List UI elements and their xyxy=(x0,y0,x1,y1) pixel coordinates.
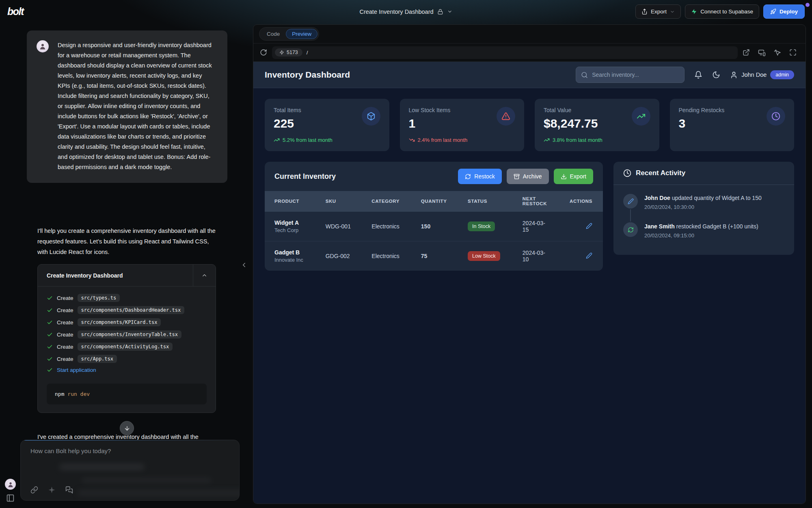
chat-input-toolbar xyxy=(30,486,73,494)
bell-icon[interactable] xyxy=(694,71,702,79)
status-badge: In Stock xyxy=(468,221,495,231)
attach-link-icon[interactable] xyxy=(30,486,38,494)
activity-action: restocked Gadget B (+100 units) xyxy=(676,223,758,230)
restock-button[interactable]: Restock xyxy=(458,169,502,184)
sidebar-toggle-icon[interactable] xyxy=(6,494,15,502)
product-quantity[interactable]: 150 xyxy=(415,212,461,241)
activity-item: John Doe updated quantity of Widget A to… xyxy=(623,194,784,222)
trending-up-icon xyxy=(632,107,650,126)
user-menu[interactable]: John Doe admin xyxy=(730,70,794,79)
column-header-category: CATEGORY xyxy=(365,191,414,212)
kpi-trend: 5.2% from last month xyxy=(274,137,380,143)
fullscreen-icon[interactable] xyxy=(789,49,797,56)
column-header-actions: ACTIONS xyxy=(555,191,603,212)
start-application-link[interactable]: Start application xyxy=(57,367,96,373)
supabase-bolt-icon xyxy=(691,9,697,15)
column-header-sku: SKU xyxy=(319,191,365,212)
dark-mode-toggle-moon-icon[interactable] xyxy=(712,71,720,79)
kpi-card-pending-restocks: Pending Restocks 3 xyxy=(670,99,795,151)
rocket-icon xyxy=(770,9,776,15)
inventory-title: Current Inventory xyxy=(274,172,336,181)
topbar: bolt Create Inventory Dashboard Export C… xyxy=(0,0,812,23)
file-chip[interactable]: src/components/DashboardHeader.tsx xyxy=(78,306,185,314)
search-input[interactable] xyxy=(592,72,679,78)
file-chip[interactable]: src/components/KPICard.tsx xyxy=(78,318,161,326)
command-args: run dev xyxy=(67,391,90,397)
inventory-table: PRODUCT SKU CATEGORY QUANTITY STATUS NEX… xyxy=(265,191,603,271)
bulk-actions: Restock Archive xyxy=(458,169,593,184)
responsive-devices-icon[interactable] xyxy=(758,49,766,56)
refresh-icon xyxy=(465,174,471,180)
alert-triangle-icon xyxy=(497,107,515,126)
activity-action: updated quantity of Widget A to 150 xyxy=(672,195,762,201)
inspect-pointer-icon[interactable] xyxy=(774,49,781,56)
edit-pencil-icon[interactable] xyxy=(586,223,592,229)
workbench: Code Preview 5173 / xyxy=(253,24,806,504)
chat-panel: Design a responsive and user-friendly in… xyxy=(0,23,253,508)
bolt-logo[interactable]: bolt xyxy=(7,6,24,17)
export-label: Export xyxy=(570,173,586,180)
tab-preview[interactable]: Preview xyxy=(286,29,317,39)
table-row[interactable]: Gadget B Innovate Inc GDG-002 Electronic… xyxy=(265,241,603,271)
check-icon xyxy=(47,307,53,313)
arrow-down-icon xyxy=(124,425,130,432)
collapse-chat-chevron[interactable] xyxy=(240,261,248,269)
status-badge: Low Stock xyxy=(468,251,500,261)
project-title-menu[interactable]: Create Inventory Dashboard xyxy=(359,0,452,23)
kpi-row: Total Items 225 5.2% from last month Low… xyxy=(265,99,794,151)
edit-pencil-icon[interactable] xyxy=(586,252,592,259)
reload-icon[interactable] xyxy=(260,49,267,56)
artifact-title: Create Inventory Dashboard xyxy=(38,265,193,286)
product-name: Widget A xyxy=(274,219,313,226)
deploy-button[interactable]: Deploy xyxy=(763,4,805,19)
refresh-icon xyxy=(623,222,638,237)
trend-up-icon xyxy=(274,137,280,143)
open-external-icon[interactable] xyxy=(743,49,750,56)
activity-item: Jane Smith restocked Gadget B (+100 unit… xyxy=(623,222,784,251)
file-chip[interactable]: src/App.tsx xyxy=(78,355,117,363)
tab-code[interactable]: Code xyxy=(261,29,286,39)
table-row[interactable]: Widget A Tech Corp WDG-001 Electronics 1… xyxy=(265,212,603,241)
connect-supabase-button[interactable]: Connect to Supabase xyxy=(685,4,759,19)
step-create-file: Create src/components/ActivityLog.tsx xyxy=(47,343,207,351)
kpi-trend-text: 2.4% from last month xyxy=(418,137,468,143)
dashboard-content-row: Current Inventory Restock xyxy=(265,162,794,271)
account-avatar[interactable] xyxy=(5,479,16,490)
download-icon xyxy=(561,174,567,180)
view-tabbar: Code Preview xyxy=(253,25,806,43)
port-badge[interactable]: 5173 xyxy=(275,48,302,56)
check-icon xyxy=(47,344,53,350)
chat-input[interactable] xyxy=(21,440,239,465)
archive-icon xyxy=(514,174,520,180)
artifact-card: Create Inventory Dashboard Create src/ty… xyxy=(37,264,216,413)
kpi-card-total-items: Total Items 225 5.2% from last month xyxy=(265,99,389,151)
activity-timestamp: 20/02/2024, 09:15:00 xyxy=(644,232,758,239)
product-category: Electronics xyxy=(365,241,414,271)
dashboard-header-actions: John Doe admin xyxy=(576,67,794,83)
clock-icon xyxy=(767,107,785,126)
scroll-to-bottom-button[interactable] xyxy=(120,421,134,435)
chevron-down-icon xyxy=(670,9,675,14)
sparkles-icon[interactable] xyxy=(48,486,56,494)
archive-button[interactable]: Archive xyxy=(507,169,549,184)
step-create-file: Create src/types.ts xyxy=(47,294,207,302)
chat-mode-icon[interactable] xyxy=(65,486,73,494)
inventory-header: Current Inventory Restock xyxy=(265,162,603,191)
product-sku: GDG-002 xyxy=(319,241,365,271)
export-csv-button[interactable]: Export xyxy=(554,169,593,184)
assistant-outro-text: I've created a comprehensive inventory d… xyxy=(37,434,224,440)
search-icon xyxy=(581,72,588,78)
file-chip[interactable]: src/components/ActivityLog.tsx xyxy=(78,343,173,351)
step-create-file: Create src/components/InventoryTable.tsx xyxy=(47,330,207,339)
activity-list: John Doe updated quantity of Widget A to… xyxy=(613,185,794,255)
file-chip[interactable]: src/components/InventoryTable.tsx xyxy=(78,330,181,339)
url-field[interactable]: 5173 / xyxy=(272,46,738,59)
user-avatar xyxy=(37,40,49,52)
user-icon xyxy=(730,71,738,79)
deploy-label: Deploy xyxy=(780,9,798,15)
product-quantity[interactable]: 75 xyxy=(415,241,461,271)
collapse-artifact-button[interactable] xyxy=(193,265,216,286)
export-button[interactable]: Export xyxy=(635,4,681,19)
file-chip[interactable]: src/types.ts xyxy=(78,294,120,302)
trend-down-icon xyxy=(409,137,415,143)
